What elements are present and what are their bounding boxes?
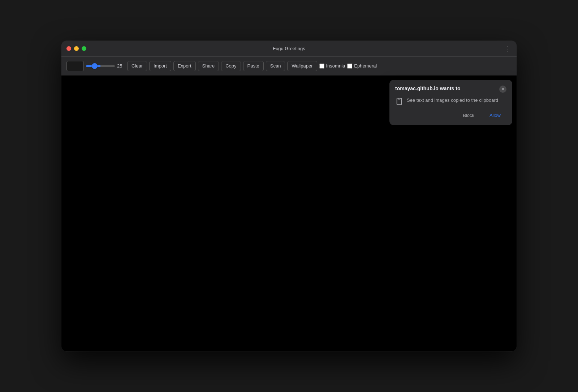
color-preview[interactable] xyxy=(66,61,84,71)
export-button[interactable]: Export xyxy=(173,61,196,71)
canvas-area[interactable]: tomayac.github.io wants to ✕ See text an… xyxy=(61,75,517,351)
popup-header: tomayac.github.io wants to ✕ xyxy=(395,86,506,93)
share-button[interactable]: Share xyxy=(198,61,219,71)
minimize-button[interactable] xyxy=(74,46,79,51)
insomnia-label[interactable]: Insomnia xyxy=(319,63,345,69)
wallpaper-button[interactable]: Wallpaper xyxy=(287,61,317,71)
clear-button[interactable]: Clear xyxy=(127,61,147,71)
paste-button[interactable]: Paste xyxy=(243,61,264,71)
allow-button[interactable]: Allow xyxy=(484,110,506,120)
ephemeral-label[interactable]: Ephemeral xyxy=(347,63,377,69)
traffic-lights xyxy=(66,46,86,51)
popup-close-button[interactable]: ✕ xyxy=(499,86,506,93)
clipboard-icon xyxy=(395,97,403,105)
size-slider[interactable] xyxy=(86,65,115,67)
window-title: Fugu Greetings xyxy=(273,46,305,51)
clipboard-permission-popup: tomayac.github.io wants to ✕ See text an… xyxy=(389,80,512,125)
close-button[interactable] xyxy=(66,46,71,51)
popup-body: See text and images copied to the clipbo… xyxy=(395,97,506,105)
ephemeral-text: Ephemeral xyxy=(354,63,377,69)
toolbar: 25 Clear Import Export Share Copy Paste … xyxy=(61,57,517,75)
popup-actions: Block Allow xyxy=(395,110,506,120)
insomnia-checkbox[interactable] xyxy=(319,64,324,69)
popup-description: See text and images copied to the clipbo… xyxy=(407,97,498,104)
maximize-button[interactable] xyxy=(82,46,86,51)
more-options-icon[interactable]: ⋮ xyxy=(505,45,512,53)
import-button[interactable]: Import xyxy=(149,61,171,71)
slider-value: 25 xyxy=(117,63,125,69)
scan-button[interactable]: Scan xyxy=(266,61,285,71)
popup-title: tomayac.github.io wants to xyxy=(395,86,460,91)
copy-button[interactable]: Copy xyxy=(221,61,241,71)
ephemeral-checkbox[interactable] xyxy=(347,64,352,69)
app-window: Fugu Greetings ⋮ 25 Clear Import Export … xyxy=(61,41,517,351)
block-button[interactable]: Block xyxy=(457,110,480,120)
insomnia-text: Insomnia xyxy=(326,63,345,69)
svg-rect-0 xyxy=(398,98,400,99)
title-bar: Fugu Greetings ⋮ xyxy=(61,41,517,57)
size-slider-container: 25 xyxy=(86,63,125,69)
